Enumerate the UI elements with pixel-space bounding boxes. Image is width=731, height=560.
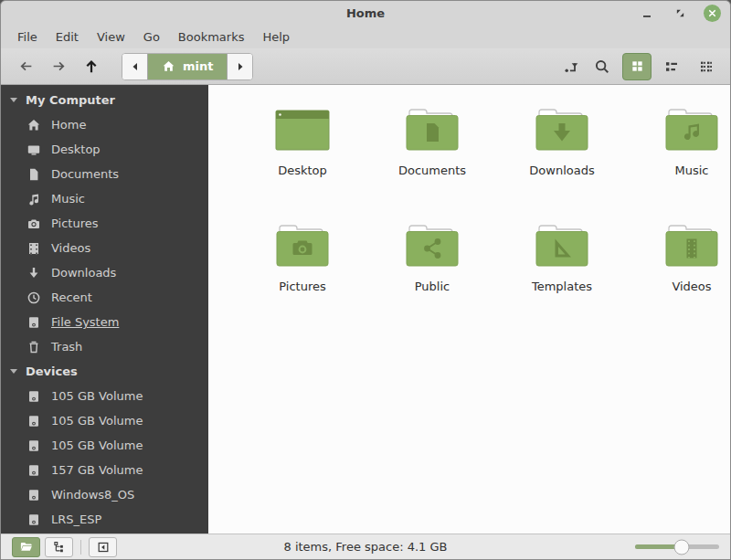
- compact-view-button[interactable]: [692, 53, 721, 80]
- sidebar-item-documents[interactable]: Documents: [1, 162, 208, 186]
- sidebar-section-label: My Computer: [26, 93, 115, 107]
- public-folder-icon: [400, 219, 464, 276]
- folder-label: Videos: [672, 280, 711, 293]
- folder-public[interactable]: Public: [367, 214, 497, 330]
- music-icon: [26, 192, 41, 206]
- document-icon: [26, 167, 41, 182]
- drive-icon: [26, 438, 41, 453]
- templates-folder-icon: [530, 219, 594, 276]
- file-manager-window: Home FileEditViewGoBookmarksHelp: [0, 0, 731, 560]
- sidebar-item-home[interactable]: Home: [1, 112, 208, 137]
- sidebar-item-105-gb-volume[interactable]: 105 GB Volume: [1, 433, 208, 458]
- sidebar-item-105-gb-volume[interactable]: 105 GB Volume: [1, 408, 208, 433]
- sidebar-item-label: Windows8_OS: [51, 488, 134, 502]
- breadcrumb-prev-button[interactable]: [122, 54, 147, 79]
- sidebar-item-label: 157 GB Volume: [51, 463, 143, 477]
- sidebar-item-label: File System: [51, 315, 119, 329]
- film-icon: [26, 241, 41, 256]
- breadcrumb-current[interactable]: mint: [147, 54, 228, 79]
- sidebar-item-label: Downloads: [51, 266, 116, 280]
- sidebar-item-label: Videos: [51, 241, 90, 255]
- sidebar-item-105-gb-volume[interactable]: 105 GB Volume: [1, 384, 208, 408]
- download-icon: [26, 266, 41, 280]
- statusbar: 8 items, Free space: 4.1 GB: [1, 534, 730, 559]
- clock-icon: [26, 291, 41, 305]
- sidebar-item-music[interactable]: Music: [1, 186, 208, 211]
- breadcrumb-next-button[interactable]: [228, 54, 252, 79]
- back-button[interactable]: [10, 53, 41, 80]
- folder-music[interactable]: Music: [627, 98, 730, 214]
- sidebar-item-lrs-esp[interactable]: LRS_ESP: [1, 507, 208, 532]
- pictures-folder-icon: [270, 219, 334, 276]
- videos-folder-icon: [660, 219, 724, 276]
- folder-label: Music: [675, 164, 709, 177]
- minimize-button[interactable]: [638, 5, 656, 23]
- icon-view-button[interactable]: [622, 53, 652, 80]
- sidebar-item-windows8-os[interactable]: Windows8_OS: [1, 482, 208, 507]
- trash-icon: [26, 340, 41, 354]
- folder-label: Public: [415, 280, 450, 293]
- sidebar-item-trash[interactable]: Trash: [1, 334, 208, 359]
- drive-icon: [26, 463, 41, 478]
- sidebar-item-label: Pictures: [51, 217, 98, 230]
- icon-grid: DesktopDocumentsDownloadsMusicPicturesPu…: [238, 98, 730, 330]
- toggle-location-entry-icon[interactable]: [556, 53, 586, 80]
- sidebar-section-label: Devices: [26, 365, 78, 378]
- music-folder-icon: [660, 103, 724, 160]
- folder-documents[interactable]: Documents: [367, 98, 497, 214]
- drive-icon: [26, 488, 41, 502]
- sidebar-item-label: Recent: [51, 291, 92, 304]
- menu-file[interactable]: File: [8, 27, 47, 47]
- close-button[interactable]: [704, 5, 721, 22]
- menu-help[interactable]: Help: [253, 27, 299, 47]
- zoom-slider-track[interactable]: [635, 544, 719, 549]
- sidebar-item-label: Documents: [51, 167, 119, 181]
- folder-videos[interactable]: Videos: [627, 214, 730, 330]
- folder-label: Templates: [532, 280, 592, 293]
- drive-icon: [26, 389, 41, 404]
- home-breadcrumb-icon: [162, 59, 175, 73]
- sidebar-item-downloads[interactable]: Downloads: [1, 260, 208, 285]
- menu-bookmarks[interactable]: Bookmarks: [169, 27, 254, 47]
- folder-templates[interactable]: Templates: [497, 214, 627, 330]
- sidebar-item-label: Home: [51, 118, 86, 132]
- search-icon[interactable]: [588, 53, 617, 80]
- window-body: My ComputerHomeDesktopDocumentsMusicPict…: [1, 85, 730, 534]
- desktop-folder-icon: [270, 103, 334, 160]
- desktop-icon: [26, 143, 41, 157]
- list-view-button[interactable]: [657, 53, 686, 80]
- maximize-button[interactable]: [671, 5, 689, 23]
- titlebar: Home: [1, 1, 730, 26]
- window-title: Home: [1, 6, 730, 20]
- forward-button[interactable]: [43, 53, 74, 80]
- menu-go[interactable]: Go: [134, 27, 169, 47]
- sidebar-item-recent[interactable]: Recent: [1, 285, 208, 310]
- folder-label: Pictures: [279, 280, 325, 293]
- up-button[interactable]: [76, 53, 107, 80]
- sidebar-item-label: Trash: [51, 340, 82, 354]
- sidebar: My ComputerHomeDesktopDocumentsMusicPict…: [1, 85, 208, 534]
- sidebar-item-file-system[interactable]: File System: [1, 310, 208, 334]
- sidebar-section-my-computer[interactable]: My Computer: [1, 88, 208, 112]
- zoom-slider-handle[interactable]: [673, 539, 689, 555]
- folder-label: Desktop: [278, 164, 327, 177]
- sidebar-section-devices[interactable]: Devices: [1, 359, 208, 384]
- window-controls: [638, 5, 730, 23]
- sidebar-item-label: 105 GB Volume: [51, 414, 143, 428]
- file-view: DesktopDocumentsDownloadsMusicPicturesPu…: [208, 85, 730, 534]
- sidebar-item-label: 105 GB Volume: [51, 389, 143, 403]
- zoom-slider[interactable]: [635, 538, 719, 556]
- sidebar-item-desktop[interactable]: Desktop: [1, 137, 208, 162]
- folder-label: Downloads: [529, 164, 594, 177]
- sidebar-item-videos[interactable]: Videos: [1, 236, 208, 260]
- toolbar: mint: [1, 48, 730, 85]
- menu-view[interactable]: View: [88, 27, 134, 47]
- menubar: FileEditViewGoBookmarksHelp: [1, 26, 730, 48]
- folder-downloads[interactable]: Downloads: [497, 98, 627, 214]
- folder-pictures[interactable]: Pictures: [238, 214, 367, 330]
- breadcrumb: mint: [122, 53, 253, 80]
- sidebar-item-pictures[interactable]: Pictures: [1, 211, 208, 236]
- menu-edit[interactable]: Edit: [47, 27, 88, 47]
- sidebar-item-157-gb-volume[interactable]: 157 GB Volume: [1, 458, 208, 482]
- folder-desktop[interactable]: Desktop: [238, 98, 367, 214]
